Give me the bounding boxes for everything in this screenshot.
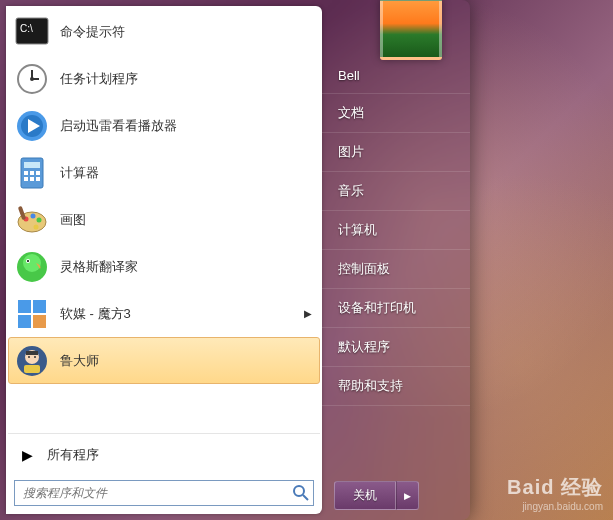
svg-rect-33 [26,351,38,355]
right-panel-item-1[interactable]: 文档 [322,94,470,133]
right-panel-item-8[interactable]: 帮助和支持 [322,367,470,406]
svg-point-34 [28,356,30,358]
user-picture[interactable] [380,0,442,60]
svg-line-38 [303,495,308,500]
svg-rect-14 [24,177,28,181]
svg-point-24 [23,254,41,272]
program-item-4[interactable]: 画图 [8,196,320,243]
program-label: 计算器 [60,164,99,182]
program-label: 命令提示符 [60,23,125,41]
submenu-arrow-icon: ▶ [304,308,312,319]
right-panel-item-4[interactable]: 计算机 [322,211,470,250]
clock-icon [14,61,50,97]
svg-rect-36 [24,365,40,373]
search-box [14,480,314,506]
program-item-5[interactable]: 灵格斯翻译家 [8,243,320,290]
svg-point-20 [37,217,42,222]
program-label: 灵格斯翻译家 [60,258,138,276]
svg-rect-13 [36,171,40,175]
program-item-3[interactable]: 计算器 [8,149,320,196]
svg-rect-29 [18,315,31,328]
svg-rect-12 [30,171,34,175]
svg-rect-15 [30,177,34,181]
play-icon [14,108,50,144]
program-item-1[interactable]: 任务计划程序 [8,55,320,102]
program-label: 软媒 - 魔方3 [60,305,131,323]
paint-icon [14,202,50,238]
cube-icon [14,296,50,332]
right-panel-item-6[interactable]: 设备和打印机 [322,289,470,328]
ludashi-icon [14,343,50,379]
program-label: 启动迅雷看看播放器 [60,117,177,135]
cmd-icon: C:\ [14,14,50,50]
svg-text:C:\: C:\ [20,23,33,34]
shutdown-options-button[interactable]: ▶ [396,481,419,510]
shutdown-button[interactable]: 关机 [334,481,396,510]
svg-rect-10 [24,162,40,168]
all-programs-label: 所有程序 [47,446,99,464]
svg-point-26 [27,260,29,262]
start-menu-left-panel: C:\命令提示符任务计划程序启动迅雷看看播放器计算器画图灵格斯翻译家软媒 - 魔… [6,6,322,514]
program-item-2[interactable]: 启动迅雷看看播放器 [8,102,320,149]
program-label: 画图 [60,211,86,229]
start-menu-right-panel: Bell文档图片音乐计算机控制面板设备和打印机默认程序帮助和支持 关机 ▶ [322,0,470,520]
svg-point-21 [34,224,39,229]
svg-rect-28 [33,300,46,313]
right-panel-item-3[interactable]: 音乐 [322,172,470,211]
svg-rect-27 [18,300,31,313]
right-panel-item-0[interactable]: Bell [322,58,470,94]
svg-point-19 [31,213,36,218]
svg-rect-11 [24,171,28,175]
program-label: 任务计划程序 [60,70,138,88]
svg-rect-30 [33,315,46,328]
program-label: 鲁大师 [60,352,99,370]
program-item-0[interactable]: C:\命令提示符 [8,8,320,55]
search-input[interactable] [14,480,314,506]
program-item-7[interactable]: 鲁大师 [8,337,320,384]
all-programs-arrow-icon: ▶ [22,447,33,463]
svg-point-5 [30,77,34,81]
start-menu: C:\命令提示符任务计划程序启动迅雷看看播放器计算器画图灵格斯翻译家软媒 - 魔… [0,0,470,520]
right-panel-item-7[interactable]: 默认程序 [322,328,470,367]
shutdown-area: 关机 ▶ [322,471,470,520]
all-programs-button[interactable]: ▶ 所有程序 [6,438,322,472]
separator [8,433,320,434]
program-item-6[interactable]: 软媒 - 魔方3▶ [8,290,320,337]
parrot-icon [14,249,50,285]
svg-rect-16 [36,177,40,181]
search-icon[interactable] [292,484,310,502]
svg-point-37 [294,486,304,496]
svg-point-35 [34,356,36,358]
right-panel-item-2[interactable]: 图片 [322,133,470,172]
program-list: C:\命令提示符任务计划程序启动迅雷看看播放器计算器画图灵格斯翻译家软媒 - 魔… [6,6,322,429]
right-panel-item-5[interactable]: 控制面板 [322,250,470,289]
calc-icon [14,155,50,191]
watermark: Baid 经验 jingyan.baidu.com [507,474,603,512]
